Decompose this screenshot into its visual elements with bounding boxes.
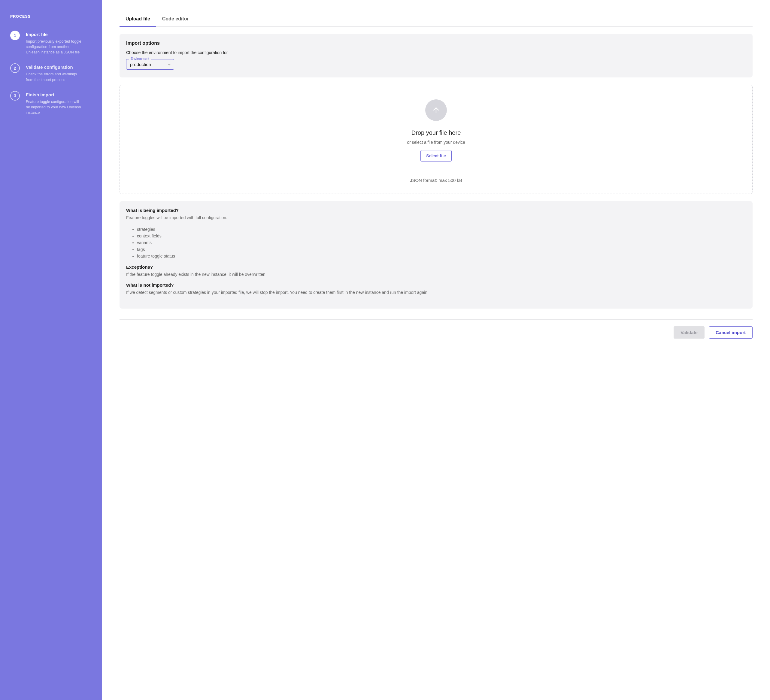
list-item: tags <box>137 246 746 253</box>
environment-select-box[interactable]: production <box>126 59 174 69</box>
process-steps: 1 Import file Import previously exported… <box>10 31 92 124</box>
step-desc: Import previously exported toggle config… <box>26 39 83 55</box>
info-text-imported: Feature toggles will be imported with fu… <box>126 215 746 221</box>
import-options-heading: Import options <box>126 40 746 46</box>
info-text-not-imported: If we detect segments or custom strategi… <box>126 289 746 296</box>
step-import-file: 1 Import file Import previously exported… <box>10 31 92 63</box>
dropzone-format: JSON format: max 500 kB <box>126 178 746 183</box>
dropzone-subtitle: or select a file from your device <box>126 140 746 145</box>
step-title: Import file <box>26 32 83 37</box>
environment-select[interactable]: Environment production <box>126 59 174 69</box>
import-info-card: What is being imported? Feature toggles … <box>120 201 752 308</box>
dialog-footer: Validate Cancel import <box>120 319 752 339</box>
dropzone-title: Drop your file here <box>126 129 746 136</box>
step-number: 1 <box>10 31 20 40</box>
select-file-button[interactable]: Select file <box>421 150 451 161</box>
tab-code-editor[interactable]: Code editor <box>156 12 195 27</box>
chevron-down-icon <box>168 63 171 66</box>
step-validate-configuration: 2 Validate configuration Check the error… <box>10 63 92 91</box>
list-item: variants <box>137 239 746 246</box>
step-desc: Feature toggle configuration will be imp… <box>26 99 83 115</box>
list-item: strategies <box>137 226 746 232</box>
cancel-import-button[interactable]: Cancel import <box>709 326 752 339</box>
list-item: feature toggle status <box>137 253 746 259</box>
info-import-list: strategies context fields variants tags … <box>126 226 746 260</box>
sidebar-title: PROCESS <box>10 15 92 19</box>
step-title: Finish import <box>26 92 83 97</box>
step-number: 2 <box>10 63 20 73</box>
info-heading-not-imported: What is not imported? <box>126 282 746 287</box>
environment-value: production <box>130 62 151 67</box>
step-desc: Check the errors and warnings from the i… <box>26 71 83 82</box>
import-tabs: Upload file Code editor <box>120 12 752 27</box>
import-options-card: Import options Choose the environment to… <box>120 34 752 77</box>
file-dropzone[interactable]: Drop your file here or select a file fro… <box>120 85 752 194</box>
import-options-lead: Choose the environment to import the con… <box>126 50 746 55</box>
upload-icon <box>425 99 447 121</box>
environment-label: Environment <box>129 57 151 60</box>
list-item: context fields <box>137 232 746 239</box>
tab-upload-file[interactable]: Upload file <box>120 12 156 27</box>
process-sidebar: PROCESS 1 Import file Import previously … <box>0 0 102 700</box>
validate-button[interactable]: Validate <box>674 326 705 339</box>
step-finish-import: 3 Finish import Feature toggle configura… <box>10 91 92 124</box>
info-heading-imported: What is being imported? <box>126 208 746 213</box>
main-content: Upload file Code editor Import options C… <box>102 0 770 700</box>
info-heading-exceptions: Exceptions? <box>126 265 746 269</box>
info-text-exceptions: If the feature toggle already exists in … <box>126 271 746 278</box>
step-number: 3 <box>10 91 20 100</box>
step-title: Validate configuration <box>26 65 83 69</box>
